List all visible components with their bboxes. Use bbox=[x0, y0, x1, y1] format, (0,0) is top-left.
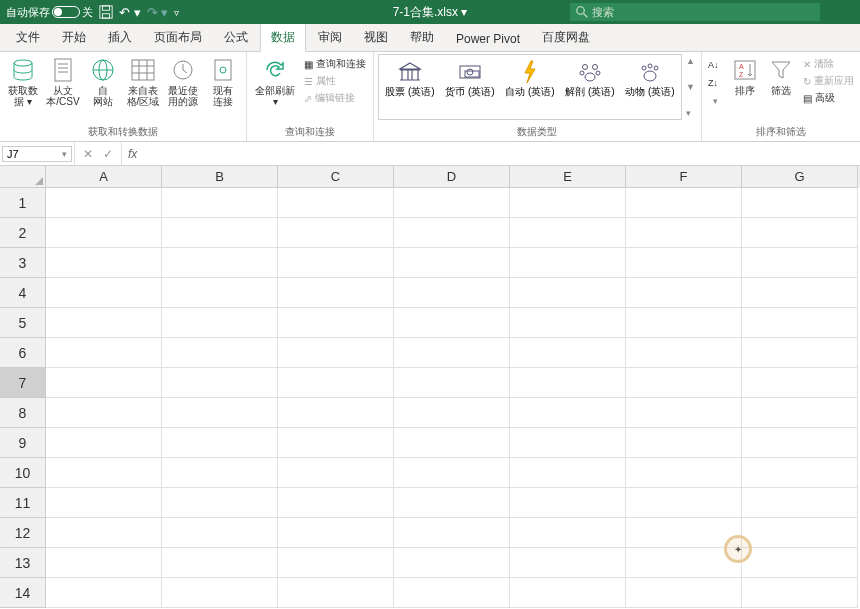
cell-G11[interactable] bbox=[742, 488, 858, 518]
cell-A2[interactable] bbox=[46, 218, 162, 248]
cell-A1[interactable] bbox=[46, 188, 162, 218]
menu-tab-开始[interactable]: 开始 bbox=[52, 24, 96, 51]
cell-F1[interactable] bbox=[626, 188, 742, 218]
cell-C6[interactable] bbox=[278, 338, 394, 368]
cell-A7[interactable] bbox=[46, 368, 162, 398]
document-title[interactable]: 7-1合集.xlsx ▾ bbox=[393, 4, 468, 21]
redo-button[interactable]: ↷ ▾ bbox=[147, 5, 169, 20]
cell-B3[interactable] bbox=[162, 248, 278, 278]
cell-C11[interactable] bbox=[278, 488, 394, 518]
cell-G14[interactable] bbox=[742, 578, 858, 608]
queries-connections-button[interactable]: ▦ 查询和连接 bbox=[301, 56, 369, 72]
cell-A5[interactable] bbox=[46, 308, 162, 338]
cell-A6[interactable] bbox=[46, 338, 162, 368]
cell-C7[interactable] bbox=[278, 368, 394, 398]
cell-B4[interactable] bbox=[162, 278, 278, 308]
cell-G8[interactable] bbox=[742, 398, 858, 428]
row-header-7[interactable]: 7 bbox=[0, 368, 46, 398]
cell-G6[interactable] bbox=[742, 338, 858, 368]
row-header-10[interactable]: 10 bbox=[0, 458, 46, 488]
search-box[interactable]: 搜索 bbox=[570, 3, 820, 21]
datatype-currency[interactable]: 货币 (英语) bbox=[442, 58, 498, 97]
menu-tab-插入[interactable]: 插入 bbox=[98, 24, 142, 51]
cell-E1[interactable] bbox=[510, 188, 626, 218]
cell-E13[interactable] bbox=[510, 548, 626, 578]
scroll-up-icon[interactable]: ▲ bbox=[686, 56, 695, 66]
cell-F9[interactable] bbox=[626, 428, 742, 458]
row-header-13[interactable]: 13 bbox=[0, 548, 46, 578]
cell-B14[interactable] bbox=[162, 578, 278, 608]
menu-tab-数据[interactable]: 数据 bbox=[260, 23, 306, 52]
cell-D3[interactable] bbox=[394, 248, 510, 278]
cell-D4[interactable] bbox=[394, 278, 510, 308]
cell-B2[interactable] bbox=[162, 218, 278, 248]
name-box[interactable]: J7 ▾ bbox=[2, 146, 72, 162]
cell-E5[interactable] bbox=[510, 308, 626, 338]
cell-B10[interactable] bbox=[162, 458, 278, 488]
cell-F13[interactable] bbox=[626, 548, 742, 578]
row-header-4[interactable]: 4 bbox=[0, 278, 46, 308]
qat-customize-button[interactable]: ▿ bbox=[174, 7, 179, 18]
cell-C8[interactable] bbox=[278, 398, 394, 428]
cell-D7[interactable] bbox=[394, 368, 510, 398]
cell-D1[interactable] bbox=[394, 188, 510, 218]
expand-gallery-icon[interactable]: ▾ bbox=[686, 108, 695, 118]
menu-tab-审阅[interactable]: 审阅 bbox=[308, 24, 352, 51]
column-header-G[interactable]: G bbox=[742, 166, 858, 188]
menu-tab-帮助[interactable]: 帮助 bbox=[400, 24, 444, 51]
sort-desc-button[interactable]: Z↓ bbox=[706, 74, 726, 92]
cell-E8[interactable] bbox=[510, 398, 626, 428]
cell-A3[interactable] bbox=[46, 248, 162, 278]
datatype-bolt[interactable]: 自动 (英语) bbox=[502, 58, 558, 97]
cell-D2[interactable] bbox=[394, 218, 510, 248]
cancel-formula-button[interactable]: ✕ bbox=[79, 147, 97, 161]
cell-C3[interactable] bbox=[278, 248, 394, 278]
column-header-D[interactable]: D bbox=[394, 166, 510, 188]
cell-C5[interactable] bbox=[278, 308, 394, 338]
advanced-filter-button[interactable]: ▤ 高级 bbox=[800, 90, 857, 106]
cell-G1[interactable] bbox=[742, 188, 858, 218]
cell-C2[interactable] bbox=[278, 218, 394, 248]
sort-expand-button[interactable]: ▾ bbox=[706, 92, 726, 110]
cell-C1[interactable] bbox=[278, 188, 394, 218]
cell-B1[interactable] bbox=[162, 188, 278, 218]
cell-A9[interactable] bbox=[46, 428, 162, 458]
cell-E14[interactable] bbox=[510, 578, 626, 608]
cell-G12[interactable] bbox=[742, 518, 858, 548]
from-web-button[interactable]: 自 网站 bbox=[84, 54, 122, 107]
row-header-3[interactable]: 3 bbox=[0, 248, 46, 278]
cell-F12[interactable] bbox=[626, 518, 742, 548]
get-data-button[interactable]: 获取数 据 ▾ bbox=[4, 54, 42, 107]
row-header-5[interactable]: 5 bbox=[0, 308, 46, 338]
cell-G4[interactable] bbox=[742, 278, 858, 308]
cell-A10[interactable] bbox=[46, 458, 162, 488]
cell-B9[interactable] bbox=[162, 428, 278, 458]
cell-B12[interactable] bbox=[162, 518, 278, 548]
row-header-9[interactable]: 9 bbox=[0, 428, 46, 458]
sort-asc-button[interactable]: A↓ bbox=[706, 56, 726, 74]
cell-D11[interactable] bbox=[394, 488, 510, 518]
cell-A13[interactable] bbox=[46, 548, 162, 578]
cell-E4[interactable] bbox=[510, 278, 626, 308]
recent-sources-button[interactable]: 最近使 用的源 bbox=[164, 54, 202, 107]
column-header-B[interactable]: B bbox=[162, 166, 278, 188]
cell-B6[interactable] bbox=[162, 338, 278, 368]
cell-F5[interactable] bbox=[626, 308, 742, 338]
cell-F8[interactable] bbox=[626, 398, 742, 428]
cell-D13[interactable] bbox=[394, 548, 510, 578]
chevron-down-icon[interactable]: ▾ bbox=[62, 149, 67, 159]
select-all-corner[interactable] bbox=[0, 166, 46, 188]
cell-B5[interactable] bbox=[162, 308, 278, 338]
cell-D12[interactable] bbox=[394, 518, 510, 548]
confirm-formula-button[interactable]: ✓ bbox=[99, 147, 117, 161]
cell-B13[interactable] bbox=[162, 548, 278, 578]
menu-tab-Power Pivot[interactable]: Power Pivot bbox=[446, 27, 530, 51]
cell-E7[interactable] bbox=[510, 368, 626, 398]
cell-E12[interactable] bbox=[510, 518, 626, 548]
cell-F11[interactable] bbox=[626, 488, 742, 518]
cell-E3[interactable] bbox=[510, 248, 626, 278]
menu-tab-文件[interactable]: 文件 bbox=[6, 24, 50, 51]
cell-E9[interactable] bbox=[510, 428, 626, 458]
cell-G7[interactable] bbox=[742, 368, 858, 398]
cell-G9[interactable] bbox=[742, 428, 858, 458]
